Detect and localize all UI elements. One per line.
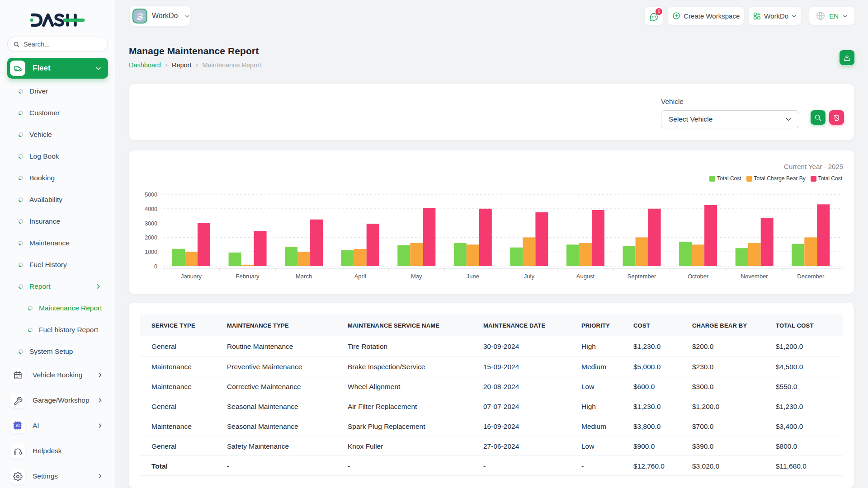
svg-text:5000: 5000	[145, 192, 157, 198]
svg-text:2000: 2000	[145, 235, 157, 241]
svg-text:July: July	[524, 273, 535, 280]
svg-text:June: June	[467, 273, 479, 280]
svg-text:August: August	[576, 273, 595, 280]
svg-text:December: December	[797, 273, 825, 280]
svg-text:0: 0	[154, 263, 157, 270]
svg-text:February: February	[236, 273, 260, 280]
svg-text:May: May	[411, 273, 422, 280]
svg-text:AI: AI	[16, 423, 20, 428]
svg-text:1000: 1000	[145, 249, 157, 255]
svg-text:3000: 3000	[145, 221, 157, 227]
svg-text:September: September	[627, 273, 656, 280]
svg-text:4000: 4000	[145, 206, 157, 212]
svg-text:November: November	[741, 273, 769, 280]
svg-text:October: October	[688, 273, 709, 280]
svg-text:April: April	[354, 273, 366, 280]
svg-text:January: January	[181, 273, 202, 280]
svg-text:March: March	[296, 273, 312, 280]
